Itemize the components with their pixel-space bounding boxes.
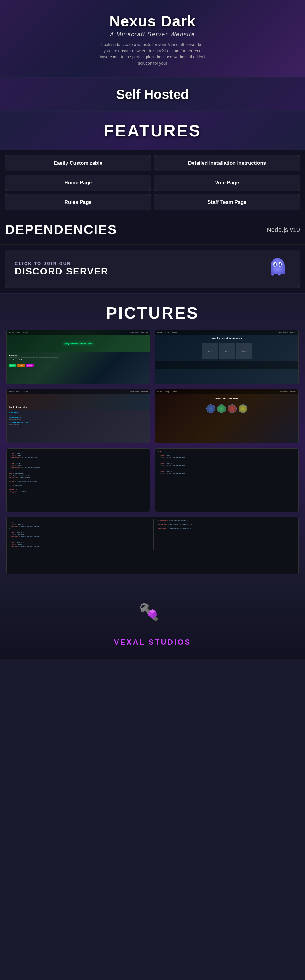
features-header-section: FEATURES bbox=[0, 111, 305, 150]
hero-title: Nexus Dark bbox=[6, 13, 299, 30]
picture-home: Home Shop Ranks Staff Team Discord play.… bbox=[6, 330, 150, 384]
home-banner: play.servername.com bbox=[6, 335, 150, 352]
staff-avatar-4 bbox=[238, 404, 247, 413]
code1-inner: { "type": "home", "title": "Home", "back… bbox=[6, 449, 150, 512]
vote-code-line-14: ] bbox=[157, 477, 297, 479]
vote-title-area: Vote for tons of free rewards bbox=[155, 335, 299, 342]
staff-page-title: Meet our staff team bbox=[159, 397, 295, 400]
staff-screenshot: Home Shop Ranks Staff Team Discord Meet … bbox=[155, 390, 299, 443]
feature-card-3: Vote Page bbox=[154, 175, 300, 191]
feature-label-3: Vote Page bbox=[215, 180, 239, 185]
code-line-22: } bbox=[8, 493, 148, 495]
picture-rules: Home Shop Ranks Staff Team Discord Look … bbox=[6, 389, 150, 443]
staff-nav-shop: Shop bbox=[165, 391, 169, 393]
vote-screenshot: Home Shop Ranks Staff Team Discord Vote … bbox=[155, 330, 299, 384]
rules-banner: Look at our rules bbox=[6, 394, 150, 410]
staff-nav-home: Home bbox=[157, 391, 162, 393]
vote-nav-staff: Staff Team bbox=[278, 331, 288, 333]
rules-nav-discord: Discord bbox=[141, 391, 148, 393]
staff-nav-discord: Discord bbox=[290, 391, 297, 393]
home-offer-text: Lorem ipsum dolor sit amet bbox=[8, 361, 148, 363]
home-nav-item-1: Home bbox=[8, 331, 14, 333]
vote-card-3: Vote 3 bbox=[236, 343, 252, 359]
rules-nav-home: Home bbox=[8, 391, 14, 393]
vote-cards: Vote 1 Vote 2 Vote 3 bbox=[155, 342, 299, 360]
hero-subtitle: A Minecraft Server Website bbox=[6, 31, 299, 38]
features-title: FEATURES bbox=[6, 121, 299, 140]
rules-mods-section: ALLOWED MODS & CLIENTS bbox=[8, 421, 148, 423]
rules-nav-staff: Staff Team bbox=[130, 391, 139, 393]
home-nav: Home Shop Ranks Staff Team Discord bbox=[6, 330, 150, 335]
rules-discord-text: Be respectful, no spam bbox=[8, 419, 148, 420]
home-content: Who are we? Lorem ipsum dolor sit amet c… bbox=[6, 352, 150, 368]
rules-nav-ranks: Ranks bbox=[23, 391, 29, 393]
home-btn-3: Factions bbox=[26, 364, 34, 367]
code2-screenshot: "vote": [ { "name": "Vote 1", "link": "h… bbox=[155, 449, 299, 512]
rules-discord-section: DISCORD RULES bbox=[8, 417, 148, 418]
rules-server-text: No griefing, no hacking, be respectful bbox=[8, 414, 148, 416]
self-hosted-section: Self Hosted bbox=[0, 78, 305, 111]
vote-nav-discord: Discord bbox=[290, 331, 297, 333]
discord-section[interactable]: CLICK TO JOIN OUR DISCORD SERVER bbox=[0, 244, 305, 293]
rules-nav: Home Shop Ranks Staff Team Discord bbox=[6, 390, 150, 394]
dependencies-title: DEPENDENCIES bbox=[5, 222, 117, 237]
rules-server-section: SERVER RULES bbox=[8, 412, 148, 414]
picture-vote: Home Shop Ranks Staff Team Discord Vote … bbox=[155, 330, 299, 384]
feature-label-4: Rules Page bbox=[64, 199, 91, 205]
svg-rect-1 bbox=[271, 266, 284, 274]
cfg-r-line-5: "cookiePolicy": "This website uses cooki… bbox=[157, 528, 297, 530]
vote-card-2: Vote 2 bbox=[219, 343, 235, 359]
home-who-text: Lorem ipsum dolor sit amet consectetur a… bbox=[8, 356, 148, 358]
vote-nav-home: Home bbox=[157, 331, 162, 333]
staff-nav-staff: Staff Team bbox=[278, 391, 288, 393]
rules-screenshot: Home Shop Ranks Staff Team Discord Look … bbox=[6, 390, 150, 443]
picture-config1: { "type": "Staff 1", "title": "Admin", "… bbox=[6, 517, 299, 574]
staff-avatars bbox=[155, 403, 299, 414]
vote-nav-shop: Shop bbox=[165, 331, 169, 333]
home-nav-item-2: Shop bbox=[16, 331, 21, 333]
feature-card-1: Detailed Installation Instructions bbox=[154, 155, 300, 172]
vexal-footer-section: VEXAL STUDIOS bbox=[0, 587, 305, 659]
svg-point-7 bbox=[280, 264, 280, 265]
feature-card-2: Home Page bbox=[5, 175, 151, 191]
home-btn-2: Creative bbox=[17, 364, 25, 367]
pictures-title: PICTURES bbox=[6, 304, 299, 322]
feature-label-5: Staff Team Page bbox=[208, 199, 246, 205]
svg-point-6 bbox=[275, 264, 275, 265]
vote-screenshot-inner: Home Shop Ranks Staff Team Discord Vote … bbox=[155, 330, 299, 384]
picture-code2: "vote": [ { "name": "Vote 1", "link": "h… bbox=[155, 449, 299, 512]
home-screenshot-inner: Home Shop Ranks Staff Team Discord play.… bbox=[6, 330, 150, 384]
staff-avatar-3 bbox=[228, 404, 237, 413]
rules-content: SERVER RULES No griefing, no hacking, be… bbox=[6, 410, 150, 427]
config-col-left: { "type": "Staff 1", "title": "Admin", "… bbox=[8, 519, 148, 550]
feature-card-0: Easily Customizable bbox=[5, 155, 151, 172]
discord-bottom-text: DISCORD SERVER bbox=[15, 266, 109, 277]
vote-page-title: Vote for tons of free rewards bbox=[158, 337, 296, 339]
vote-nav-ranks: Ranks bbox=[172, 331, 177, 333]
config1-screenshot: { "type": "Staff 1", "title": "Admin", "… bbox=[6, 517, 299, 574]
staff-title-area: Meet our staff team bbox=[155, 394, 299, 403]
discord-banner-inner[interactable]: CLICK TO JOIN OUR DISCORD SERVER bbox=[5, 250, 300, 288]
staff-nav: Home Shop Ranks Staff Team Discord bbox=[155, 390, 299, 394]
home-nav-item-5: Discord bbox=[141, 331, 148, 333]
home-screenshot: Home Shop Ranks Staff Team Discord play.… bbox=[6, 330, 150, 384]
vexal-logo-icon bbox=[137, 600, 168, 632]
picture-staff: Home Shop Ranks Staff Team Discord Meet … bbox=[155, 389, 299, 443]
feature-card-4: Rules Page bbox=[5, 194, 151, 210]
rules-nav-shop: Shop bbox=[16, 391, 21, 393]
feature-label-2: Home Page bbox=[64, 180, 92, 185]
hero-description: Looking to create a website for your Min… bbox=[99, 41, 206, 66]
pictures-section: PICTURES Home Shop Ranks Staff Team Disc… bbox=[0, 294, 305, 587]
code2-inner: "vote": [ { "name": "Vote 1", "link": "h… bbox=[155, 449, 299, 512]
dependencies-value: Node.js v19 bbox=[267, 226, 300, 234]
config-two-columns: { "type": "Staff 1", "title": "Admin", "… bbox=[8, 519, 297, 550]
discord-text-block: CLICK TO JOIN OUR DISCORD SERVER bbox=[15, 261, 109, 277]
vote-footer bbox=[155, 361, 299, 369]
home-offer-title: What do we offer? bbox=[8, 359, 148, 361]
discord-logo-icon bbox=[265, 256, 290, 282]
pictures-grid: Home Shop Ranks Staff Team Discord play.… bbox=[6, 330, 299, 574]
home-nav-item-4: Staff Team bbox=[130, 331, 139, 333]
dependencies-section: DEPENDENCIES Node.js v19 bbox=[0, 216, 305, 243]
staff-avatar-2 bbox=[217, 404, 226, 413]
feature-label-1: Detailed Installation Instructions bbox=[188, 161, 266, 166]
